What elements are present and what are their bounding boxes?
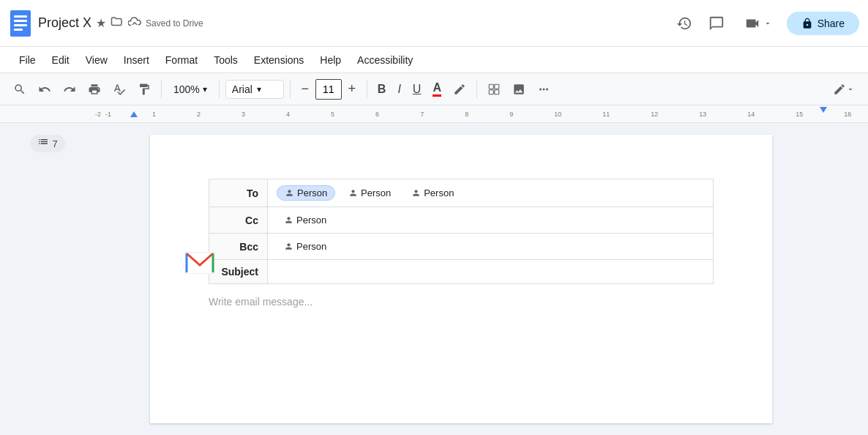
font-name: Arial bbox=[232, 83, 252, 95]
zoom-control[interactable]: 100% ▾ bbox=[168, 81, 213, 98]
cc-person-1[interactable]: Person bbox=[277, 213, 334, 227]
top-bar: Project X ★ Saved to Drive bbox=[0, 0, 868, 47]
to-label: To bbox=[209, 179, 268, 207]
svg-rect-2 bbox=[14, 20, 27, 22]
bold-button[interactable]: B bbox=[373, 78, 391, 101]
font-size-area: − 11 + bbox=[296, 78, 361, 101]
svg-rect-0 bbox=[10, 10, 31, 37]
highlight-color-button[interactable]: A bbox=[428, 78, 446, 101]
folder-icon[interactable] bbox=[111, 15, 124, 31]
font-size-display[interactable]: 11 bbox=[315, 79, 342, 100]
cc-row: Cc Person bbox=[209, 207, 714, 234]
outline-count: 7 bbox=[52, 138, 57, 149]
svg-rect-5 bbox=[489, 84, 493, 89]
comments-button[interactable] bbox=[703, 10, 730, 37]
menu-view[interactable]: View bbox=[78, 51, 115, 69]
menu-tools[interactable]: Tools bbox=[206, 51, 245, 69]
menu-accessibility[interactable]: Accessibility bbox=[350, 51, 420, 69]
subject-row: Subject bbox=[209, 260, 714, 284]
bcc-label: Bcc bbox=[209, 234, 268, 260]
video-call-button[interactable] bbox=[736, 11, 781, 36]
print-button[interactable] bbox=[83, 78, 105, 101]
svg-rect-6 bbox=[495, 84, 499, 89]
to-person-2[interactable]: Person bbox=[341, 186, 398, 200]
more-options-button[interactable] bbox=[533, 78, 555, 101]
separator-1 bbox=[161, 81, 162, 98]
svg-rect-1 bbox=[14, 15, 27, 18]
subject-label: Subject bbox=[209, 260, 268, 284]
right-toolbar bbox=[827, 123, 868, 435]
share-label: Share bbox=[818, 18, 845, 29]
zoom-value: 100% bbox=[173, 83, 200, 95]
menu-extensions[interactable]: Extensions bbox=[247, 51, 311, 69]
search-button[interactable] bbox=[9, 78, 31, 101]
menu-format[interactable]: Format bbox=[158, 51, 205, 69]
menu-insert[interactable]: Insert bbox=[116, 51, 157, 69]
italic-button[interactable]: I bbox=[393, 78, 405, 101]
spellcheck-button[interactable] bbox=[108, 78, 130, 101]
saved-status: Saved to Drive bbox=[146, 18, 203, 29]
svg-rect-7 bbox=[489, 89, 493, 94]
toolbar: 100% ▾ Arial ▾ − 11 + B I U A bbox=[0, 73, 868, 105]
outline-badge[interactable]: 7 bbox=[30, 135, 64, 152]
to-row: To Person Person Person bbox=[209, 179, 714, 207]
cc-value[interactable]: Person bbox=[268, 207, 714, 234]
cc-label: Cc bbox=[209, 207, 268, 234]
bcc-value[interactable]: Person bbox=[268, 234, 714, 260]
svg-rect-4 bbox=[14, 29, 23, 31]
page-area: To Person Person Person bbox=[95, 123, 827, 435]
insert-image-button[interactable] bbox=[508, 78, 530, 101]
underline-button[interactable]: U bbox=[408, 78, 426, 101]
separator-2 bbox=[219, 81, 220, 98]
to-person-1[interactable]: Person bbox=[277, 185, 335, 201]
menu-bar: File Edit View Insert Format Tools Exten… bbox=[0, 47, 868, 73]
font-dropdown-icon: ▾ bbox=[257, 84, 261, 94]
menu-help[interactable]: Help bbox=[313, 51, 348, 69]
paint-format-button[interactable] bbox=[133, 78, 155, 101]
font-size-increase[interactable]: + bbox=[343, 78, 361, 101]
separator-5 bbox=[476, 81, 477, 98]
undo-button[interactable] bbox=[34, 78, 56, 101]
bcc-person-1[interactable]: Person bbox=[277, 239, 334, 253]
gmail-icon bbox=[185, 252, 214, 277]
share-button[interactable]: Share bbox=[787, 12, 859, 35]
menu-file[interactable]: File bbox=[12, 51, 43, 69]
document-title[interactable]: Project X bbox=[38, 15, 91, 31]
title-row: Project X ★ Saved to Drive bbox=[38, 15, 203, 31]
redo-button[interactable] bbox=[59, 78, 81, 101]
top-icons: Share bbox=[671, 10, 859, 37]
main-content: 7 To Pers bbox=[0, 123, 868, 435]
pen-button[interactable] bbox=[449, 78, 471, 101]
ruler: -2 -1 1 2 3 4 5 6 7 8 9 10 11 12 13 14 1… bbox=[0, 105, 868, 123]
to-value[interactable]: Person Person Person bbox=[268, 179, 714, 207]
insert-text-button[interactable] bbox=[483, 78, 505, 101]
title-area: Project X ★ Saved to Drive bbox=[38, 15, 203, 31]
separator-4 bbox=[367, 81, 367, 98]
app-icon bbox=[9, 9, 32, 38]
history-button[interactable] bbox=[671, 10, 697, 37]
svg-rect-8 bbox=[495, 89, 499, 94]
cloud-saved-icon bbox=[128, 17, 141, 30]
document-page: To Person Person Person bbox=[150, 135, 772, 423]
font-size-decrease[interactable]: − bbox=[296, 78, 314, 101]
separator-3 bbox=[290, 81, 291, 98]
bcc-row: Bcc Person bbox=[209, 234, 714, 260]
compose-placeholder[interactable]: Write email message... bbox=[209, 296, 714, 308]
edit-mode-button[interactable] bbox=[828, 78, 859, 101]
left-panel: 7 bbox=[0, 123, 95, 435]
email-table: To Person Person Person bbox=[209, 179, 714, 284]
star-icon[interactable]: ★ bbox=[96, 16, 106, 30]
menu-edit[interactable]: Edit bbox=[45, 51, 77, 69]
zoom-dropdown-icon: ▾ bbox=[203, 84, 207, 94]
font-selector[interactable]: Arial ▾ bbox=[225, 80, 284, 99]
subject-value[interactable] bbox=[268, 260, 714, 284]
svg-rect-3 bbox=[14, 24, 27, 26]
to-person-3[interactable]: Person bbox=[404, 186, 461, 200]
ruler-content: -2 -1 1 2 3 4 5 6 7 8 9 10 11 12 13 14 1… bbox=[95, 111, 868, 118]
